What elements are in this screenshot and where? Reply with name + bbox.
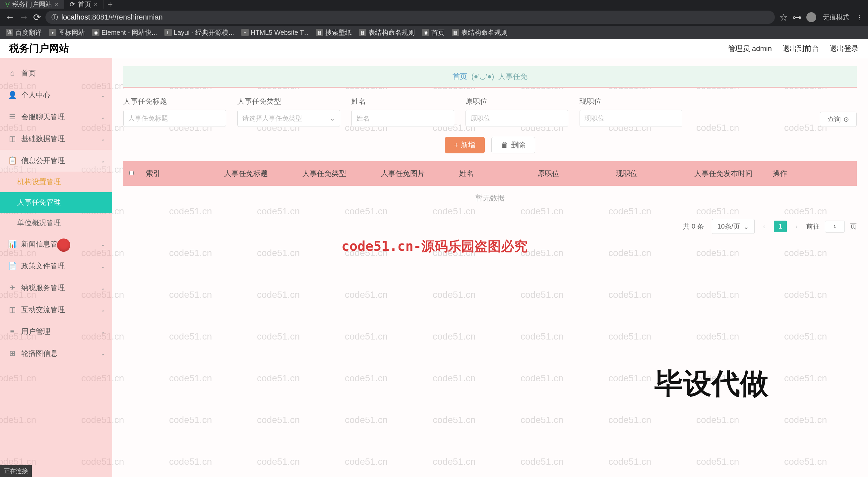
- site-info-icon[interactable]: ⓘ: [52, 13, 58, 22]
- sidebar-item[interactable]: 📋信息公开管理⌄: [0, 150, 112, 172]
- close-icon[interactable]: ×: [94, 1, 98, 8]
- new-tab-button[interactable]: +: [103, 0, 117, 10]
- table-header-cell[interactable]: 姓名: [459, 169, 537, 178]
- star-icon[interactable]: ☆: [779, 12, 788, 23]
- sidebar-item[interactable]: ⌂首页: [0, 62, 112, 84]
- menu-label: 基础数据管理: [21, 134, 65, 144]
- page-number[interactable]: 1: [774, 220, 787, 232]
- forward-button[interactable]: →: [19, 12, 29, 23]
- browser-chrome: V 税务门户网站 × ⟳ 首页 × + ← → ⟳ ⓘ localhost:80…: [0, 0, 868, 39]
- chevron-down-icon: ⌄: [100, 135, 105, 142]
- sidebar-item[interactable]: 👤个人中心⌄: [0, 84, 112, 106]
- bookmark-item[interactable]: ▸图标网站: [49, 28, 85, 37]
- next-page-button[interactable]: ›: [792, 220, 801, 232]
- sidebar-subitem[interactable]: 单位概况管理: [0, 213, 112, 233]
- jump-suffix: 页: [850, 222, 857, 231]
- chevron-down-icon: ⌄: [100, 113, 105, 121]
- logout-button[interactable]: 退出登录: [830, 44, 859, 54]
- delete-button[interactable]: 🗑 删除: [491, 137, 535, 154]
- add-button[interactable]: + 新增: [445, 137, 485, 154]
- admin-label[interactable]: 管理员 admin: [728, 44, 772, 54]
- table-header-cell[interactable]: 原职位: [537, 169, 616, 178]
- bookmark-label: 图标网站: [58, 28, 85, 37]
- sidebar-item[interactable]: 📊新闻信息管理⌄: [0, 233, 112, 255]
- table-header-cell[interactable]: 人事任免类型: [302, 169, 381, 178]
- page-size-select[interactable]: 10条/页 ⌄: [712, 219, 754, 234]
- action-row: + 新增 🗑 删除: [123, 137, 857, 154]
- tab-title: 首页: [78, 0, 91, 9]
- bookmark-item[interactable]: HHTML5 Website T...: [241, 29, 309, 36]
- exit-front-button[interactable]: 退出到前台: [782, 44, 819, 54]
- url-input[interactable]: ⓘ localhost:8081/#/renshirenmian: [45, 10, 775, 24]
- bookmark-label: 搜索壁纸: [325, 28, 352, 37]
- tab-favicon: ⟳: [70, 0, 75, 8]
- pagination: 共 0 条 10条/页 ⌄ ‹ 1 › 前往 页: [123, 219, 857, 234]
- menu-icon: 📋: [8, 156, 17, 165]
- reload-button[interactable]: ⟳: [33, 12, 41, 23]
- app-header: 税务门户网站 管理员 admin 退出到前台 退出登录: [0, 39, 868, 58]
- menu-icon: ⊞: [8, 349, 17, 358]
- key-icon[interactable]: ⊶: [793, 12, 802, 23]
- filter-input[interactable]: [465, 110, 568, 127]
- jump-input[interactable]: [825, 220, 845, 233]
- bookmark-icon: L: [164, 29, 172, 36]
- table-header-cell[interactable]: 操作: [773, 169, 851, 178]
- bookmark-label: Element - 网站快...: [101, 28, 157, 37]
- trash-icon: 🗑: [501, 141, 508, 149]
- sidebar-item[interactable]: ≡用户管理⌄: [0, 321, 112, 342]
- sidebar-subitem[interactable]: 人事任免管理: [0, 192, 112, 213]
- bookmark-label: Layui - 经典开源模...: [174, 28, 234, 37]
- filter-field: 姓名: [351, 96, 454, 127]
- filter-select[interactable]: 请选择人事任免类型⌄: [238, 110, 340, 127]
- bookmark-item[interactable]: ▦表结构命名规则: [452, 28, 507, 37]
- bookmark-item[interactable]: ▦搜索壁纸: [316, 28, 352, 37]
- breadcrumb-current: 人事任免: [498, 72, 527, 80]
- bookmarks-bar: 译百度翻译▸图标网站◉Element - 网站快...LLayui - 经典开源…: [0, 26, 868, 39]
- jump-label: 前往: [806, 222, 819, 231]
- search-button[interactable]: 查询⊙: [820, 112, 857, 127]
- tab-title: 税务门户网站: [12, 0, 52, 9]
- filter-field: 原职位: [465, 96, 568, 127]
- checkbox-all[interactable]: [129, 169, 146, 178]
- bookmark-icon: ▦: [316, 29, 323, 36]
- filter-input[interactable]: [580, 110, 682, 127]
- bookmark-item[interactable]: 译百度翻译: [6, 28, 42, 37]
- table-header-cell[interactable]: 人事任免标题: [224, 169, 302, 178]
- bookmark-item[interactable]: ◉首页: [422, 28, 444, 37]
- browser-tab[interactable]: V 税务门户网站 ×: [0, 0, 64, 9]
- sidebar-item[interactable]: ◫基础数据管理⌄: [0, 128, 112, 150]
- sidebar-item[interactable]: ☰会服聊天管理⌄: [0, 106, 112, 128]
- chevron-down-icon: ⌄: [100, 92, 105, 99]
- bookmark-item[interactable]: ▦表结构命名规则: [359, 28, 415, 37]
- sidebar-item[interactable]: 📄政策文件管理⌄: [0, 255, 112, 277]
- incognito-icon[interactable]: [806, 12, 816, 22]
- table-header-cell[interactable]: 索引: [146, 169, 224, 178]
- table-header-cell[interactable]: 人事任免图片: [381, 169, 459, 178]
- chevron-down-icon: ⌄: [100, 284, 105, 292]
- sidebar-item[interactable]: ◫互动交流管理⌄: [0, 299, 112, 321]
- bookmark-item[interactable]: ◉Element - 网站快...: [92, 28, 157, 37]
- chevron-down-icon: ⌄: [100, 350, 105, 357]
- watermark-center: code51.cn-源码乐园盗图必究: [341, 237, 527, 255]
- breadcrumb: 首页 (●'◡'●) 人事任免: [123, 66, 857, 88]
- filter-input[interactable]: [351, 110, 454, 127]
- chevron-down-icon: ⌄: [743, 223, 749, 231]
- menu-icon: 📄: [8, 262, 17, 270]
- filter-label: 人事任免类型: [238, 96, 340, 106]
- menu-icon: ◫: [8, 135, 17, 143]
- table-header-cell[interactable]: 人事任免发布时间: [694, 169, 773, 178]
- sidebar-subitem[interactable]: 机构设置管理: [0, 172, 112, 192]
- table-header-cell[interactable]: 现职位: [616, 169, 694, 178]
- browser-tab[interactable]: ⟳ 首页 ×: [64, 0, 103, 9]
- filter-label: 现职位: [580, 96, 682, 106]
- sidebar-item[interactable]: ✈纳税服务管理⌄: [0, 277, 112, 299]
- close-icon[interactable]: ×: [55, 1, 59, 8]
- filter-input[interactable]: [123, 110, 226, 127]
- bookmark-icon: ▦: [359, 29, 366, 36]
- bookmark-item[interactable]: LLayui - 经典开源模...: [164, 28, 234, 37]
- sidebar-item[interactable]: ⊞轮播图信息⌄: [0, 342, 112, 364]
- prev-page-button[interactable]: ‹: [760, 220, 769, 232]
- back-button[interactable]: ←: [5, 12, 14, 23]
- breadcrumb-home[interactable]: 首页: [453, 72, 467, 80]
- menu-icon[interactable]: ⋮: [856, 13, 863, 21]
